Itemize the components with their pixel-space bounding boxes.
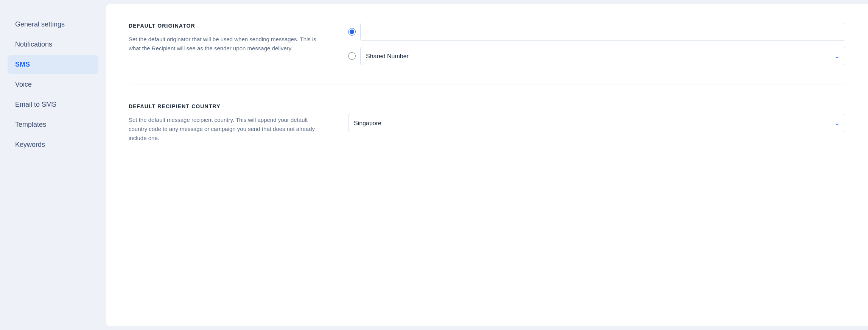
- section-default-originator: DEFAULT ORIGINATOR Set the default origi…: [129, 23, 845, 84]
- sidebar-item-sms[interactable]: SMS: [8, 55, 98, 74]
- sidebar-item-notifications[interactable]: Notifications: [8, 35, 98, 54]
- radio-option-custom: [348, 23, 845, 41]
- sidebar-item-keywords[interactable]: Keywords: [8, 135, 98, 154]
- shared-number-select-wrapper: Shared Number Custom Number ⌄: [360, 47, 845, 65]
- sidebar-item-label: Templates: [15, 121, 46, 128]
- section-right-country: Singapore Australia United States United…: [348, 103, 845, 143]
- sidebar-item-voice[interactable]: Voice: [8, 75, 98, 94]
- originator-description: Set the default originator that will be …: [129, 35, 325, 53]
- sidebar-item-label: Keywords: [15, 141, 45, 148]
- radio-custom[interactable]: [348, 28, 356, 36]
- country-title: DEFAULT RECIPIENT COUNTRY: [129, 103, 325, 109]
- sidebar-item-general-settings[interactable]: General settings: [8, 15, 98, 34]
- shared-number-select[interactable]: Shared Number Custom Number: [360, 47, 845, 65]
- custom-originator-input[interactable]: [360, 23, 845, 41]
- section-default-country: DEFAULT RECIPIENT COUNTRY Set the defaul…: [129, 103, 845, 162]
- sidebar-item-email-to-sms[interactable]: Email to SMS: [8, 95, 98, 114]
- sidebar: General settings Notifications SMS Voice…: [0, 0, 106, 330]
- originator-title: DEFAULT ORIGINATOR: [129, 23, 325, 29]
- sidebar-item-label: SMS: [15, 61, 30, 68]
- sidebar-item-label: General settings: [15, 20, 65, 28]
- radio-option-shared: Shared Number Custom Number ⌄: [348, 47, 845, 65]
- section-right-originator: Shared Number Custom Number ⌄: [348, 23, 845, 65]
- sidebar-item-templates[interactable]: Templates: [8, 115, 98, 134]
- sidebar-item-label: Notifications: [15, 40, 52, 48]
- sidebar-item-label: Email to SMS: [15, 101, 56, 108]
- radio-shared[interactable]: [348, 52, 356, 60]
- main-content: DEFAULT ORIGINATOR Set the default origi…: [106, 4, 868, 326]
- country-select[interactable]: Singapore Australia United States United…: [348, 114, 845, 132]
- section-left-country: DEFAULT RECIPIENT COUNTRY Set the defaul…: [129, 103, 325, 143]
- country-select-wrapper: Singapore Australia United States United…: [348, 114, 845, 132]
- section-left-originator: DEFAULT ORIGINATOR Set the default origi…: [129, 23, 325, 65]
- sidebar-item-label: Voice: [15, 81, 32, 88]
- country-description: Set the default message recipient countr…: [129, 115, 325, 143]
